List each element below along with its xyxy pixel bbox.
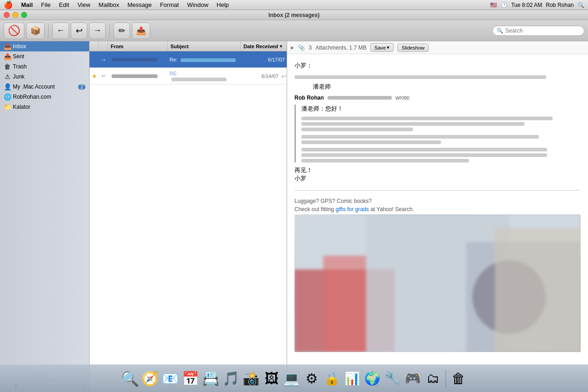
menu-format[interactable]: Format [156,1,182,9]
menu-mailbox[interactable]: Mailbox [95,1,123,9]
paperclip-icon: 📎 [298,45,305,51]
search-input[interactable] [505,28,580,34]
forward-button[interactable]: → [89,22,106,39]
dock-app2[interactable]: 📊 [343,369,362,388]
arrow-cell: ↩ [99,73,108,79]
dock-safari[interactable]: 🧭 [141,369,160,388]
dock-finder[interactable]: 🔍 [120,369,140,388]
menu-message[interactable]: Message [124,1,155,9]
attachment-bar: ▶ 📎 3 Attachments, 1.7 MB Save ▾ Slidesh… [287,41,588,54]
dock-separator [446,370,446,388]
sidebar-item-robRohan[interactable]: 🌐 RobRohan.com [0,92,89,102]
menu-bar: 🍎 Mail File Edit View Mailbox Message Fo… [0,0,588,10]
sidebar-item-sent[interactable]: 📤 Sent [0,51,89,62]
dock-app6[interactable]: 🗂 [424,369,443,388]
minimize-button[interactable] [12,12,18,18]
menu-mail[interactable]: Mail [17,1,36,9]
sidebar-item-kalator[interactable]: 📁 Kalator [0,102,89,112]
keyboard-icon: 🇺🇸 [490,2,497,8]
dock-app4[interactable]: 🔧 [383,369,402,388]
robRohan-label: RobRohan.com [13,94,85,100]
dock-ical[interactable]: 📅 [181,369,200,388]
divider [294,190,581,190]
user-name: Rob Rohan [546,2,574,8]
message-row[interactable]: → Re: 6/17/07 [90,51,287,68]
message-content: 小罗： 潘老师 Rob Rohan wrote: 潘老师：您好！ [287,54,588,392]
compose-button[interactable]: ✏ [113,22,130,39]
forward-icon: → [93,26,102,35]
trash-icon: 🗑 [4,63,11,70]
body-line-1 [294,75,546,79]
separator-2 [109,24,110,38]
col-header-flag[interactable] [90,41,99,51]
sidebar-item-junk[interactable]: ⚠ Junk [0,72,89,82]
main-area: 📥 Inbox 📤 Sent 🗑 Trash ⚠ Junk 👤 My .Mac … [0,41,588,392]
attachment-size: Attachments, 1.7 MB [316,45,367,51]
teacher-signature: 潘老师 [313,83,581,91]
menu-view[interactable]: View [74,1,94,9]
menu-help[interactable]: Help [213,1,233,9]
dock-trash[interactable]: 🗑 [449,369,468,388]
attachment-expand-icon[interactable]: ▶ [291,45,294,50]
dock-mail[interactable]: 📧 [161,369,180,388]
subject-redacted [181,58,236,62]
clock-icon: 🕐 [501,2,508,8]
message-pane[interactable]: ▶ 📎 3 Attachments, 1.7 MB Save ▾ Slidesh… [287,41,588,392]
junk-button[interactable]: 📦 [26,22,45,39]
undo-indicator: ↩ [281,73,287,80]
junk-icon: ⚠ [4,73,11,80]
spotlight-icon[interactable]: 🔍 [577,2,584,8]
subject-prefix: RE: [170,71,178,76]
save-button[interactable]: Save ▾ [370,43,394,52]
inbox-label: Inbox [13,43,85,50]
from-redacted [112,74,158,78]
promo-link[interactable]: gifts for grads [335,206,369,213]
sidebar-item-inbox[interactable]: 📥 Inbox [0,41,89,51]
dock-terminal[interactable]: 💻 [282,369,301,388]
date-cell: 6/14/07 [234,73,280,79]
greeting: 小罗： [294,62,581,70]
message-row[interactable]: ★ ↩ RE: 6/14/07 ↩ [90,68,287,84]
sidebar-item-trash[interactable]: 🗑 Trash [0,62,89,72]
promo-text-1: Luggage? GPS? Comic books? [294,198,581,204]
send-button[interactable]: 📤 [132,22,150,39]
col-header-subject[interactable]: Subject [168,41,241,51]
slideshow-button[interactable]: Slideshow [397,44,429,52]
col-header-from[interactable]: From [108,41,168,51]
col-header-attach[interactable] [99,41,108,51]
maximize-button[interactable] [21,12,27,18]
mac-account-icon: 👤 [4,83,11,90]
dropdown-arrow-icon: ▾ [387,45,390,50]
subject-redacted [171,78,226,81]
subject-cell: RE: [168,71,234,82]
close-button[interactable] [4,12,10,18]
menu-window[interactable]: Window [183,1,212,9]
dock-itunes[interactable]: 🎵 [221,369,241,388]
reply-button[interactable]: ← [52,22,69,39]
inbox-icon: 📥 [4,43,11,50]
sidebar-item-mac-account[interactable]: 👤 My .Mac Account 2 [0,82,89,92]
dock-app1[interactable]: 🔒 [322,369,342,388]
menu-file[interactable]: File [37,1,54,9]
mac-account-badge: 2 [78,84,85,90]
wrote-line: Rob Rohan wrote: [294,95,581,101]
attachment-count: 3 [309,45,312,51]
dock-app5[interactable]: 🎮 [403,369,423,388]
dock-preview[interactable]: 🖼 [262,369,281,388]
dock-addressbook[interactable]: 📇 [201,369,220,388]
apple-menu[interactable]: 🍎 [4,0,13,9]
col-header-date[interactable]: Date Received ▼ [241,41,287,51]
from-cell [108,57,168,62]
promo-text-2: Check out fitting gifts for grads at Yah… [294,206,581,213]
dock: 🔍 🧭 📧 📅 📇 🎵 📸 🖼 💻 ⚙ 🔒 📊 🌍 🔧 🎮 🗂 🗑 [0,364,588,392]
dock-system-prefs[interactable]: ⚙ [302,369,322,388]
reply-all-button[interactable]: ↩ [71,22,87,39]
delete-button[interactable]: 🚫 [4,22,24,39]
menu-edit[interactable]: Edit [55,1,73,9]
sort-indicator: ▼ [279,44,283,49]
flag-cell: ★ [90,73,99,79]
dock-app3[interactable]: 🌍 [363,369,382,388]
quoted-block: 潘老师：您好！ [294,105,581,162]
dock-photos[interactable]: 📸 [242,369,261,388]
junk-icon: 📦 [30,26,40,36]
